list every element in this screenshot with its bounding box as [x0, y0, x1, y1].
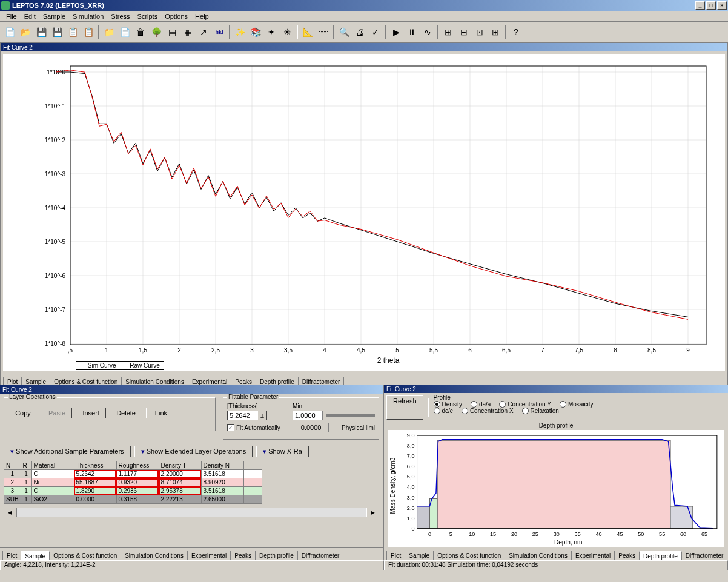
print-icon[interactable]: 🖨 — [352, 25, 367, 39]
bl-tab-depthprofile[interactable]: Depth profile — [255, 551, 298, 560]
menu-file[interactable]: File — [2, 12, 21, 21]
br-tab-options[interactable]: Options & Cost function — [433, 551, 505, 560]
tab-experimental[interactable]: Experimental — [188, 377, 231, 386]
col-roughness[interactable]: Roughness — [116, 461, 159, 470]
window-2-icon[interactable]: ⊟ — [457, 25, 471, 39]
window-4-icon[interactable]: ⊞ — [488, 25, 503, 39]
bl-tab-simconditions[interactable]: Simulation Conditions — [121, 551, 188, 560]
tab-sample[interactable]: Sample — [21, 377, 50, 386]
fit-curve-chart[interactable]: 1*10^0 1*10^-1 1*10^-2 1*10^-3 1*10^-4 1… — [3, 54, 725, 371]
export-icon[interactable]: ↗ — [196, 25, 211, 39]
tab-options[interactable]: Options & Cost function — [50, 377, 122, 386]
close-button[interactable]: × — [717, 1, 727, 10]
radio-relaxation[interactable]: Relaxation — [522, 408, 559, 414]
paste-icon[interactable]: 📋 — [81, 25, 96, 39]
col-thickness[interactable]: Thickness — [74, 461, 116, 470]
show-extended-button[interactable]: ▾ Show Extended Layer Operations — [134, 446, 253, 457]
slider[interactable] — [326, 414, 375, 417]
insert-button[interactable]: Insert — [76, 408, 106, 418]
br-tab-plot[interactable]: Plot — [386, 551, 405, 560]
radio-dcc[interactable]: dc/c — [434, 408, 453, 414]
menu-stress[interactable]: Stress — [107, 12, 133, 21]
bl-tab-plot[interactable]: Plot — [2, 551, 21, 560]
copy-icon[interactable]: 📋 — [65, 25, 80, 39]
help-icon[interactable]: ? — [509, 25, 523, 39]
br-tab-peaks[interactable]: Peaks — [614, 551, 640, 560]
pause-icon[interactable]: ⏸ — [405, 25, 419, 39]
br-tab-experimental[interactable]: Experimental — [571, 551, 615, 560]
show-xray-button[interactable]: ▾ Show X-Ra — [256, 446, 309, 457]
bl-tab-options[interactable]: Options & Cost function — [49, 551, 121, 560]
menu-sample[interactable]: Sample — [39, 12, 69, 21]
scroll-left-icon[interactable]: ◄ — [4, 508, 16, 517]
tab-simconditions[interactable]: Simulation Conditions — [121, 377, 188, 386]
sun-icon[interactable]: ☀ — [280, 25, 294, 39]
hscrollbar[interactable] — [16, 508, 366, 517]
bl-tab-sample[interactable]: Sample — [21, 551, 50, 560]
radio-daa[interactable]: da/a — [471, 401, 491, 408]
show-additional-button[interactable]: ▾ Show Additional Sample Parameters — [4, 446, 131, 457]
radio-concy[interactable]: Concentration Y — [499, 401, 551, 408]
br-tab-simconditions[interactable]: Simulation Conditions — [505, 551, 572, 560]
star-icon[interactable]: ✦ — [264, 25, 279, 39]
layers-table[interactable]: N R Material Thickness Roughness Density… — [4, 461, 262, 504]
menu-edit[interactable]: Edit — [21, 12, 39, 21]
radio-mosaicity[interactable]: Mosaicity — [560, 401, 594, 408]
bl-tab-diffractometer[interactable]: Diffractometer — [297, 551, 344, 560]
col-r[interactable]: R — [21, 461, 31, 470]
link-button[interactable]: Link — [146, 408, 176, 418]
delete-button[interactable]: Delete — [110, 408, 142, 418]
menu-simulation[interactable]: Simulation — [69, 12, 107, 21]
scroll-right-icon[interactable]: ► — [366, 508, 379, 517]
fit-auto-checkbox[interactable]: ✓Fit Automatically — [227, 424, 280, 431]
open-icon[interactable]: 📂 — [18, 25, 33, 39]
tab-peaks[interactable]: Peaks — [231, 377, 256, 386]
br-tab-diffractometer[interactable]: Diffractometer — [681, 551, 728, 560]
br-tab-sample[interactable]: Sample — [405, 551, 434, 560]
tree-icon[interactable]: 🌳 — [149, 25, 164, 39]
tab-diffractometer[interactable]: Diffractometer — [298, 377, 345, 386]
minimize-button[interactable]: _ — [695, 1, 705, 10]
check-icon[interactable]: ✓ — [368, 25, 383, 39]
maximize-button[interactable]: □ — [706, 1, 716, 10]
thickness-input[interactable] — [227, 411, 257, 420]
save-icon[interactable]: 💾 — [34, 25, 48, 39]
menu-options[interactable]: Options — [161, 12, 191, 21]
col-densityt[interactable]: Density T — [159, 461, 201, 470]
table-row[interactable]: 31C1.82900.29362.953783.51618 — [4, 487, 262, 495]
delete-icon[interactable]: 🗑 — [133, 25, 148, 39]
spinner-icon[interactable]: ± — [257, 411, 267, 420]
measure-icon[interactable]: 📐 — [300, 25, 315, 39]
list-icon[interactable]: ▤ — [165, 25, 179, 39]
refresh-button[interactable]: Refresh — [386, 395, 423, 420]
window-3-icon[interactable]: ⊡ — [472, 25, 487, 39]
zoom-icon[interactable]: 🔍 — [337, 25, 351, 39]
folder-icon[interactable]: 📁 — [102, 25, 116, 39]
bl-tab-peaks[interactable]: Peaks — [230, 551, 256, 560]
sample-icon[interactable]: 📄 — [117, 25, 132, 39]
save-all-icon[interactable]: 💾 — [50, 25, 64, 39]
table-row[interactable]: SUB1SiO20.00000.31582.222132.65000 — [4, 495, 262, 504]
wave-icon[interactable]: ∿ — [420, 25, 435, 39]
play-icon[interactable]: ▶ — [389, 25, 403, 39]
depth-profile-chart[interactable]: 01,02,03,04,05,06,07,08,09,0 05101520253… — [388, 430, 724, 547]
wand-icon[interactable]: ✨ — [233, 25, 247, 39]
col-n[interactable]: N — [4, 461, 21, 470]
menu-scripts[interactable]: Scripts — [134, 12, 162, 21]
new-icon[interactable]: 📄 — [2, 25, 17, 39]
radio-concx[interactable]: Concentration X — [462, 408, 514, 414]
br-tab-depthprofile[interactable]: Depth profile — [639, 551, 682, 560]
paste-button[interactable]: Paste — [42, 408, 72, 418]
layers-icon[interactable]: 📚 — [248, 25, 263, 39]
tab-plot[interactable]: Plot — [3, 377, 22, 386]
min-input[interactable] — [293, 411, 323, 420]
hkl-icon[interactable]: hkl — [212, 25, 227, 39]
col-densityn[interactable]: Density N — [201, 461, 243, 470]
table-row[interactable]: 21Ni55.18870.93208.710748.90920 — [4, 478, 262, 487]
tab-depthprofile[interactable]: Depth profile — [256, 377, 299, 386]
bl-tab-experimental[interactable]: Experimental — [187, 551, 231, 560]
col-material[interactable]: Material — [31, 461, 74, 470]
table-row[interactable]: 11C5.26421.11772.200003.51618 — [4, 470, 262, 478]
radio-density[interactable]: Density — [434, 401, 462, 408]
copy-button[interactable]: Copy — [8, 408, 38, 418]
